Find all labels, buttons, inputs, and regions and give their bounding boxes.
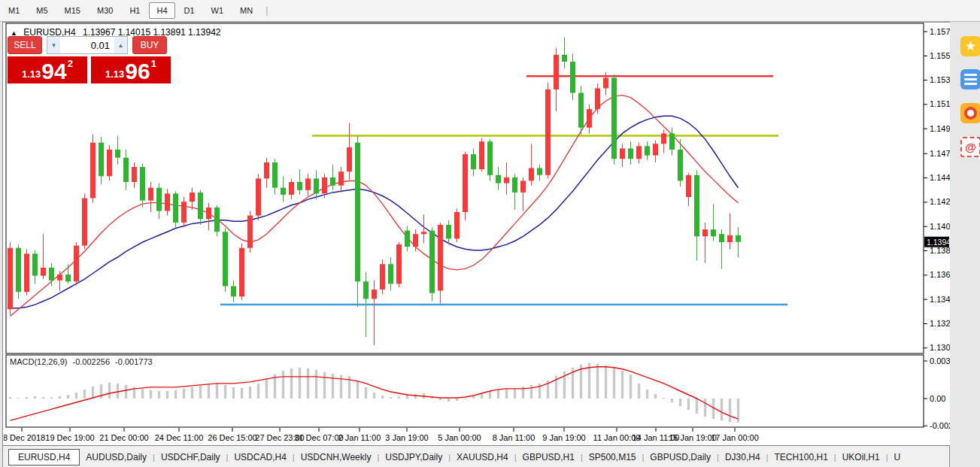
candle-body <box>65 274 71 281</box>
time-tick-label: 26 Dec 15:00 <box>208 433 256 442</box>
sell-price-prefix: 1.13 <box>22 68 41 80</box>
chart-tab-gbpusd-h1[interactable]: GBPUSD,H1 <box>517 449 581 465</box>
one-click-trading-panel: SELL ▼ 0.01 ▲ BUY 1.13 94 2 1.13 96 1 <box>8 36 171 83</box>
candle-body <box>711 229 716 236</box>
candle-body <box>214 208 220 232</box>
candle-body <box>363 281 369 299</box>
timeframe-button-h4[interactable]: H4 <box>149 2 174 19</box>
candle-body <box>570 62 575 93</box>
news-feed-icon[interactable] <box>960 69 980 89</box>
candle-body <box>24 253 29 292</box>
chart-tab-usdchf-daily[interactable]: USDCHF,Daily <box>155 449 226 465</box>
candle-body <box>702 229 708 236</box>
candle-body <box>347 147 352 171</box>
candle-body <box>330 177 335 186</box>
candle-body <box>479 141 484 169</box>
candle-body <box>438 225 443 291</box>
macd-indicator-name: MACD(12,26,9) <box>10 357 67 366</box>
price-chart[interactable]: 1.157601.155501.153401.151301.149201.147… <box>4 23 950 445</box>
candle-body <box>380 264 385 290</box>
time-tick-label: 3 Jan 19:00 <box>385 433 429 442</box>
price-tick-label: 1.14920 <box>930 124 950 133</box>
candle-body <box>694 175 699 236</box>
candle-body <box>388 264 393 284</box>
chart-tab-usdjpy-daily[interactable]: USDJPY,Daily <box>379 449 448 465</box>
buy-price-tile[interactable]: 1.13 96 1 <box>91 56 171 83</box>
buy-price-big-digits: 96 <box>125 61 150 82</box>
time-tick-label: 2 Jan 11:00 <box>338 433 381 442</box>
candle-body <box>421 232 426 234</box>
lot-decrease-button[interactable]: ▼ <box>47 37 60 53</box>
lot-increase-button[interactable]: ▲ <box>114 37 127 53</box>
timeframe-toolbar: M1M5M15M30H1H4D1W1MN| <box>0 0 980 22</box>
candle-body <box>719 234 724 242</box>
candle-body <box>537 168 542 175</box>
price-tick-label: 1.13865 <box>930 246 950 255</box>
buy-price-pip-digit: 1 <box>151 58 156 69</box>
mail-at-icon[interactable]: @ <box>960 137 980 157</box>
lot-size-input[interactable]: 0.01 <box>60 40 114 51</box>
lot-size-stepper: ▼ 0.01 ▲ <box>47 36 128 54</box>
candle-body <box>314 178 319 193</box>
timeframe-button-h1[interactable]: H1 <box>122 2 147 19</box>
timeframe-button-m1[interactable]: M1 <box>1 2 27 19</box>
candle-body <box>554 55 559 89</box>
weibo-eye-icon[interactable] <box>960 103 980 123</box>
time-tick-label: 18 Dec 2018 <box>4 433 45 442</box>
candle-body <box>32 253 38 275</box>
star-icon[interactable]: ★ <box>960 36 980 56</box>
price-tick-label: 1.14075 <box>930 222 950 231</box>
price-tick-label: 1.15550 <box>930 51 950 60</box>
timeframe-button-m5[interactable]: M5 <box>29 2 55 19</box>
candle-body <box>446 225 451 239</box>
timeframe-button-d1[interactable]: D1 <box>177 2 202 19</box>
candle-body <box>727 235 733 242</box>
buy-button[interactable]: BUY <box>132 36 167 54</box>
current-price-badge: 1.13942 <box>924 237 950 247</box>
symbol-tabs-bar: EURUSD,H4AUDUSD,Daily|USDCHF,Daily|USDCA… <box>3 445 949 467</box>
candle-body <box>140 167 145 201</box>
candle-body <box>247 216 253 248</box>
price-tick-label: 1.15340 <box>930 75 950 84</box>
candle-body <box>181 202 187 223</box>
candle-body <box>148 188 153 201</box>
candle-body <box>471 154 476 169</box>
candle-body <box>123 158 129 182</box>
candle-body <box>115 150 120 158</box>
candle-body <box>603 78 608 89</box>
candle-body <box>669 133 675 150</box>
candle-body <box>512 177 517 193</box>
candle-body <box>107 150 112 176</box>
candle-body <box>297 182 302 190</box>
candle-body <box>173 193 178 223</box>
price-tick-label: 1.13235 <box>930 319 950 328</box>
candle-body <box>520 181 526 193</box>
macd-tick-label: -0.00253 <box>930 421 950 430</box>
candle-body <box>653 144 658 155</box>
chart-tab-gbpusd-daily[interactable]: GBPUSD,Daily <box>644 449 717 465</box>
chart-tab-sp500-m15[interactable]: SP500,M15 <box>583 449 642 465</box>
chart-tab-usdcad-h4[interactable]: USDCAD,H4 <box>228 449 292 465</box>
candle-body <box>239 248 244 297</box>
timeframe-button-w1[interactable]: W1 <box>204 2 232 19</box>
candle-body <box>645 146 650 155</box>
chart-tab-u[interactable]: U <box>888 449 907 465</box>
desktop-strip: ★ @ <box>950 22 980 467</box>
timeframe-button-m15[interactable]: M15 <box>57 2 88 19</box>
price-tick-label: 1.14285 <box>930 197 950 206</box>
sell-price-tile[interactable]: 1.13 94 2 <box>8 56 87 83</box>
chart-tab-dj30-h4[interactable]: DJ30,H4 <box>719 449 766 465</box>
macd-value: -0.002256 <box>72 357 110 366</box>
candle-body <box>487 141 493 175</box>
chart-tab-tech100-h1[interactable]: TECH100,H1 <box>768 449 833 465</box>
candle-body <box>49 268 54 281</box>
chart-tab-audusd-daily[interactable]: AUDUSD,Daily <box>80 449 153 465</box>
chart-tab-ukoil-h1[interactable]: UKOil,H1 <box>836 449 886 465</box>
timeframe-button-m30[interactable]: M30 <box>90 2 120 19</box>
sell-button[interactable]: SELL <box>8 36 42 54</box>
chart-tab-eurusd-h4[interactable]: EURUSD,H4 <box>8 449 80 465</box>
time-tick-label: 5 Jan 00:00 <box>438 433 481 442</box>
timeframe-button-mn[interactable]: MN <box>232 2 260 19</box>
chart-tab-xauusd-h4[interactable]: XAUUSD,H4 <box>451 449 514 465</box>
chart-tab-usdcnh-weekly[interactable]: USDCNH,Weekly <box>295 449 378 465</box>
